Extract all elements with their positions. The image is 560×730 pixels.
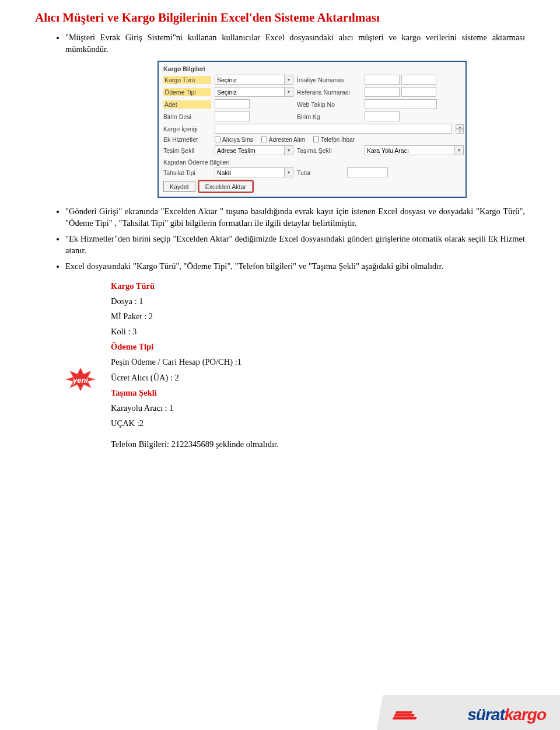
label-adet: Adet [163,100,211,109]
checkbox-aliciya-sms[interactable]: Alıcıya Sms [215,137,253,143]
new-badge-icon: yeni [64,366,97,393]
select-kargo-turu[interactable]: ▾ [215,75,293,85]
checkbox-label: Adresten Alım [269,137,305,143]
def-item: Dosya : 1 [111,294,525,309]
input-web-takip[interactable] [365,99,437,109]
input-birim-desi[interactable] [215,111,250,121]
checkbox-label: Alıcıya Sms [222,137,253,143]
input-referans-1[interactable] [365,87,400,97]
intro-bullet-list: "Müşteri Evrak Giriş Sistemi"ni kullanan… [35,32,525,55]
kargo-form-screenshot: Kargo Bilgileri Kargo Türü ▾ İrsaliye Nu… [158,61,467,198]
input-irsaliye-1[interactable] [365,75,400,85]
chevron-down-icon[interactable]: ▾ [284,75,293,85]
label-birim-kg: Birim Kg [297,113,361,120]
label-tahsilat-tipi: Tahsilat Tipi [163,169,211,176]
list-item: "Ek Hizmetler"den birini seçip "Excelden… [65,233,525,256]
logo-part2: kargo [505,705,546,724]
def-item: UÇAK :2 [111,415,525,431]
select-tasima-sekli[interactable]: ▾ [365,145,464,155]
label-tesim-sekli: Tesim Şekli [163,147,211,154]
def-head-kargo-turu: Kargo Türü [111,278,525,294]
input-tesim-sekli[interactable] [215,145,285,155]
label-odeme-tipi: Ödeme Tipi [163,88,211,96]
input-birim-kg[interactable] [365,111,400,121]
select-tesim-sekli[interactable]: ▾ [215,145,293,155]
def-head-odeme-tipi: Ödeme Tipi [111,339,525,354]
input-kargo-icerigi[interactable] [215,124,452,134]
def-item: Peşin Ödeme / Cari Hesap (PÖ/CH) :1 [111,354,525,369]
sub-section-kapidan: Kapıdan Ödeme Bilgileri [163,159,461,166]
label-tasima-sekli: Taşıma Şekli [297,147,361,154]
input-kargo-turu[interactable] [215,75,285,85]
input-tasima-sekli[interactable] [365,145,455,155]
checkbox-adresten-alim[interactable]: Adresten Alım [261,137,305,143]
input-odeme-tipi[interactable] [215,87,285,97]
label-kargo-turu: Kargo Türü [163,76,211,84]
checkbox-label: Telefon İhbar [321,137,355,143]
label-referans: Referans Numarası [297,89,361,96]
list-item: Excel dosyasındaki "Kargo Türü", "Ödeme … [65,261,525,273]
def-head-tasima-sekli: Taşıma Şekli [111,385,525,400]
label-kargo-icerigi: Kargo İçeriği [163,125,211,132]
form-section-header: Kargo Bilgileri [163,65,461,72]
select-tahsilat-tipi[interactable]: ▾ [215,167,293,177]
label-irsaliye: İrsaliye Numarası [297,76,361,83]
page-footer: süratkargo [0,695,560,730]
input-irsaliye-2[interactable] [401,75,436,85]
mid-bullet-list: "Gönderi Girişi" ekranında "Excelden Akt… [35,206,525,273]
chevron-down-icon[interactable]: ▾ [284,145,293,155]
input-tahsilat-tipi[interactable] [215,167,285,177]
def-telefon: Telefon Bilgileri: 2122345689 şeklinde o… [111,436,525,452]
def-item: Karayolu Aracı : 1 [111,400,525,415]
label-birim-desi: Birim Desi [163,113,211,120]
logo-part1: sürat [467,705,504,724]
checkbox-telefon-ihbar[interactable]: Telefon İhbar [313,137,355,143]
kaydet-button[interactable]: Kaydet [163,181,195,192]
suratkargo-logo: süratkargo [467,705,546,724]
input-adet[interactable] [215,99,250,109]
logo-stripes-icon [393,711,420,719]
excelden-aktar-button[interactable]: Excelden Aktar [199,181,253,192]
label-web-takip: Web Takip No [297,101,361,108]
chevron-down-icon[interactable]: ▾ [284,87,293,97]
chevron-down-icon[interactable]: ▾ [284,167,293,177]
definitions-block: Kargo Türü Dosya : 1 Mİ Paket : 2 Koli :… [111,278,525,452]
def-item: Koli : 3 [111,324,525,339]
label-ek-hizmetler: Ek Hizmetler [163,136,211,143]
label-tutar: Tutar [297,169,344,176]
def-item: Ücret Alıcı (ÜA) : 2 [111,373,179,382]
def-item: Mİ Paket : 2 [111,309,525,324]
list-item: "Gönderi Girişi" ekranında "Excelden Akt… [65,206,525,229]
intro-bullet: "Müşteri Evrak Giriş Sistemi"ni kullanan… [65,32,525,55]
input-referans-2[interactable] [401,87,436,97]
chevron-down-icon[interactable]: ▾ [454,145,464,155]
textarea-scroll-icon[interactable]: ▴▾ [456,124,464,134]
svg-text:yeni: yeni [72,375,88,384]
select-odeme-tipi[interactable]: ▾ [215,87,293,97]
page-title: Alıcı Müşteri ve Kargo Bilgilerinin Exce… [35,11,525,25]
input-tutar[interactable] [347,167,388,177]
